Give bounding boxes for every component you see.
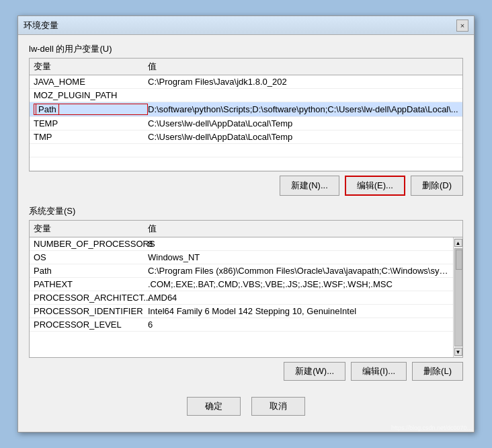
user-variables-section: lw-dell 的用户变量(U) 变量 值 JAVA_HOME C:\Progr… bbox=[29, 43, 463, 197]
dialog-title: 环境变量 bbox=[24, 20, 58, 32]
row-var: TEMP bbox=[34, 118, 148, 128]
row-val: Windows_NT bbox=[148, 252, 449, 262]
sys-new-button[interactable]: 新建(W)... bbox=[284, 362, 345, 381]
sys-edit-button[interactable]: 编辑(I)... bbox=[351, 362, 407, 381]
scrollbar-track[interactable] bbox=[454, 248, 462, 346]
table-row-empty bbox=[30, 157, 462, 171]
row-val: C:\Users\lw-dell\AppData\Local\Temp bbox=[148, 118, 458, 128]
table-row[interactable]: TMP C:\Users\lw-dell\AppData\Local\Temp bbox=[30, 130, 462, 144]
sys-buttons-row: 新建(W)... 编辑(I)... 删除(L) bbox=[29, 358, 463, 382]
row-val: 8 bbox=[148, 239, 449, 249]
row-val: C:\Program Files\Java\jdk1.8.0_202 bbox=[148, 77, 458, 87]
row-var: PROCESSOR_ARCHITECT... bbox=[34, 293, 148, 303]
user-path-row[interactable]: Path D:\software\python\Scripts;D:\softw… bbox=[30, 102, 462, 117]
table-row[interactable]: MOZ_PLUGIN_PATH bbox=[30, 89, 462, 102]
user-section-label: lw-dell 的用户变量(U) bbox=[29, 43, 463, 55]
row-var: NUMBER_OF_PROCESSORS bbox=[34, 239, 148, 249]
close-button[interactable]: × bbox=[456, 20, 468, 32]
user-buttons-row: 新建(N)... 编辑(E)... 删除(D) bbox=[29, 172, 463, 197]
row-var: Path bbox=[34, 104, 148, 115]
row-val: Intel64 Family 6 Model 142 Stepping 10, … bbox=[148, 306, 449, 316]
row-var: PROCESSOR_LEVEL bbox=[34, 320, 148, 330]
cancel-button[interactable]: 取消 bbox=[251, 397, 305, 416]
table-row[interactable]: NUMBER_OF_PROCESSORS 8 bbox=[30, 237, 453, 251]
table-row[interactable]: Path C:\Program Files (x86)\Common Files… bbox=[30, 264, 453, 278]
sys-table-scroll: NUMBER_OF_PROCESSORS 8 OS Windows_NT Pat… bbox=[30, 237, 462, 357]
row-val: C:\Users\lw-dell\AppData\Local\Temp bbox=[148, 132, 458, 142]
table-row[interactable]: PATHEXT .COM;.EXE;.BAT;.CMD;.VBS;.VBE;.J… bbox=[30, 278, 453, 291]
user-new-button[interactable]: 新建(N)... bbox=[280, 176, 339, 196]
dialog-body: lw-dell 的用户变量(U) 变量 值 JAVA_HOME C:\Progr… bbox=[18, 35, 474, 432]
user-header-val: 值 bbox=[148, 61, 458, 73]
row-val: AMD64 bbox=[148, 293, 449, 303]
table-row[interactable]: PROCESSOR_IDENTIFIER Intel64 Family 6 Mo… bbox=[30, 305, 453, 318]
row-var: OS bbox=[34, 252, 148, 262]
row-var: MOZ_PLUGIN_PATH bbox=[34, 90, 148, 100]
table-row[interactable]: TEMP C:\Users\lw-dell\AppData\Local\Temp bbox=[30, 117, 462, 130]
title-bar: 环境变量 × bbox=[18, 16, 474, 35]
row-var: PROCESSOR_IDENTIFIER bbox=[34, 306, 148, 316]
row-val: D:\software\python\Scripts;D:\software\p… bbox=[148, 104, 458, 114]
user-table-header: 变量 值 bbox=[30, 59, 462, 75]
user-variables-table: 变量 值 JAVA_HOME C:\Program Files\Java\jdk… bbox=[29, 58, 463, 172]
row-val: C:\Program Files (x86)\Common Files\Orac… bbox=[148, 266, 449, 276]
sys-header-val: 值 bbox=[148, 223, 449, 235]
scrollbar-down[interactable]: ▼ bbox=[454, 348, 462, 356]
table-row[interactable]: PROCESSOR_ARCHITECT... AMD64 bbox=[30, 291, 453, 305]
ok-button[interactable]: 确定 bbox=[187, 397, 241, 416]
sys-variables-section: 系统变量(S) 变量 值 NUMBER_OF_PROCESSORS 8 bbox=[29, 205, 463, 382]
row-val: .COM;.EXE;.BAT;.CMD;.VBS;.VBE;.JS;.JSE;.… bbox=[148, 279, 449, 289]
environment-variables-dialog: 环境变量 × lw-dell 的用户变量(U) 变量 值 JAVA_HOME C… bbox=[17, 15, 475, 433]
sys-table-header: 变量 值 bbox=[30, 221, 462, 237]
row-var: JAVA_HOME bbox=[34, 77, 148, 87]
scrollbar-up[interactable]: ▲ bbox=[454, 239, 462, 247]
table-row[interactable]: OS Windows_NT bbox=[30, 251, 453, 264]
sys-delete-button[interactable]: 删除(L) bbox=[412, 362, 463, 381]
sys-section-label: 系统变量(S) bbox=[29, 205, 463, 217]
row-val: 6 bbox=[148, 320, 449, 330]
table-row[interactable]: PROCESSOR_LEVEL 6 bbox=[30, 318, 453, 332]
row-var: TMP bbox=[34, 132, 148, 142]
table-row[interactable]: JAVA_HOME C:\Program Files\Java\jdk1.8.0… bbox=[30, 75, 462, 89]
sys-table-scrollbar[interactable]: ▲ ▼ bbox=[453, 237, 462, 357]
user-header-var: 变量 bbox=[34, 61, 148, 73]
row-var: Path bbox=[34, 266, 148, 276]
row-var: PATHEXT bbox=[34, 279, 148, 289]
user-edit-button[interactable]: 编辑(E)... bbox=[345, 176, 405, 196]
footer-buttons: 确定 取消 bbox=[29, 390, 463, 424]
table-row-empty bbox=[30, 144, 462, 157]
sys-variables-table: 变量 值 NUMBER_OF_PROCESSORS 8 bbox=[29, 220, 463, 358]
sys-header-var: 变量 bbox=[34, 223, 148, 235]
scrollbar-thumb[interactable] bbox=[456, 250, 462, 270]
user-delete-button[interactable]: 删除(D) bbox=[411, 176, 463, 196]
